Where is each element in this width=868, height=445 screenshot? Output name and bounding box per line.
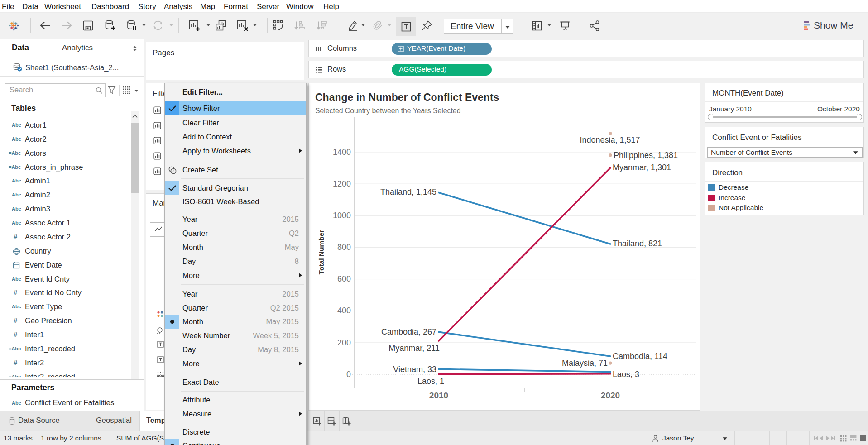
svg-text:Thailand, 1,145: Thailand, 1,145: [380, 187, 436, 196]
svg-text:400: 400: [337, 306, 351, 315]
svg-text:Cambodia, 114: Cambodia, 114: [613, 352, 667, 361]
svg-text:800: 800: [337, 243, 351, 252]
svg-text:1200: 1200: [333, 179, 351, 188]
svg-text:Laos, 1: Laos, 1: [417, 377, 444, 386]
svg-text:Philippines, 1,381: Philippines, 1,381: [614, 151, 678, 160]
svg-text:200: 200: [337, 338, 351, 347]
svg-text:600: 600: [337, 274, 351, 283]
svg-text:Myanmar, 1,301: Myanmar, 1,301: [613, 163, 671, 172]
svg-text:Vietnam, 33: Vietnam, 33: [393, 365, 436, 374]
svg-text:Total Number: Total Number: [317, 230, 325, 275]
svg-text:Indonesia, 1,517: Indonesia, 1,517: [580, 135, 640, 144]
svg-text:Thailand, 821: Thailand, 821: [613, 239, 662, 248]
svg-text:Malaysia, 71: Malaysia, 71: [562, 359, 608, 368]
svg-text:2020: 2020: [601, 391, 620, 400]
svg-text:Laos, 3: Laos, 3: [613, 370, 639, 379]
svg-text:Myanmar, 211: Myanmar, 211: [388, 344, 440, 353]
svg-text:1400: 1400: [333, 148, 351, 157]
svg-text:1000: 1000: [333, 211, 351, 220]
svg-text:0: 0: [346, 370, 351, 379]
svg-text:2010: 2010: [429, 391, 448, 400]
svg-text:Cambodia, 267: Cambodia, 267: [381, 327, 436, 336]
